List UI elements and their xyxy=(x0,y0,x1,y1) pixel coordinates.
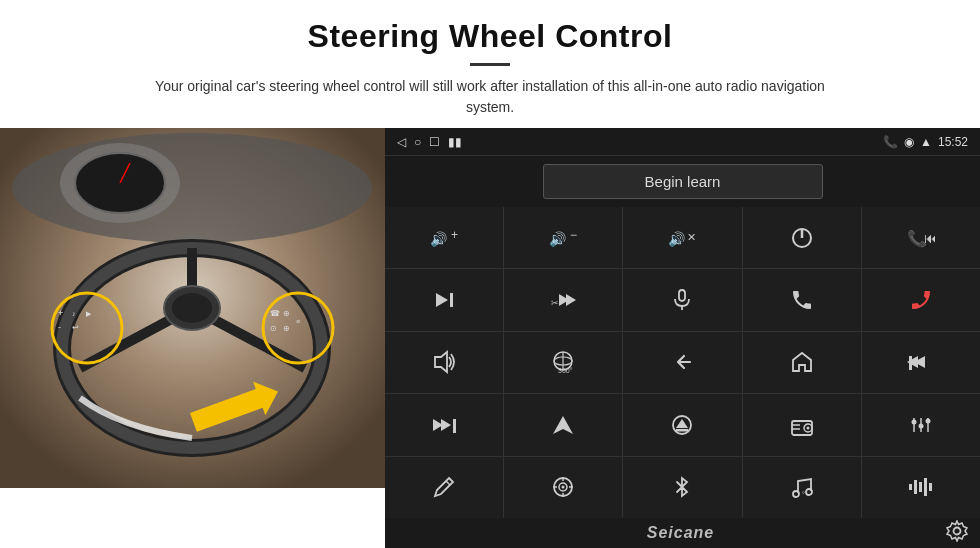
svg-rect-82 xyxy=(929,483,932,491)
mute-button[interactable]: 🔊✕ xyxy=(623,207,741,268)
back-nav-button[interactable] xyxy=(623,332,741,393)
svg-text:≡: ≡ xyxy=(296,318,300,325)
settings-icon[interactable] xyxy=(946,520,968,547)
content-section: + - ♪ ↩ ▶ ☎ ⊕ ⊙ ⊕ ≡ xyxy=(0,128,980,548)
music-button[interactable]: ° xyxy=(743,457,861,518)
vol-up-button[interactable]: 🔊+ xyxy=(385,207,503,268)
svg-rect-80 xyxy=(919,482,922,492)
svg-text:−: − xyxy=(570,228,577,242)
svg-point-70 xyxy=(562,486,565,489)
seicane-logo: Seicane xyxy=(385,524,946,542)
svg-text:360°: 360° xyxy=(558,367,573,374)
vol-down-button[interactable]: 🔊− xyxy=(504,207,622,268)
wifi-icon: ▲ xyxy=(920,135,932,149)
bottom-bar: Seicane xyxy=(385,518,980,548)
svg-text:⊕: ⊕ xyxy=(283,309,290,318)
svg-text:⏮: ⏮ xyxy=(924,230,935,246)
svg-marker-48 xyxy=(907,356,918,368)
svg-marker-51 xyxy=(441,419,451,431)
status-time: 15:52 xyxy=(938,135,968,149)
svg-text:↩: ↩ xyxy=(72,323,79,332)
controls-grid: 🔊+ 🔊− 🔊✕ 📞⏮ xyxy=(385,207,980,518)
svg-text:°: ° xyxy=(802,491,805,498)
360-button[interactable]: 360° xyxy=(504,332,622,393)
target-button[interactable] xyxy=(504,457,622,518)
status-bar: ◁ ○ ☐ ▮▮ 📞 ◉ ▲ 15:52 xyxy=(385,128,980,156)
subtitle: Your original car's steering wheel contr… xyxy=(140,76,840,118)
svg-marker-38 xyxy=(566,294,576,306)
eject-button[interactable] xyxy=(623,394,741,455)
signal-icon: ▮▮ xyxy=(448,135,462,149)
svg-point-11 xyxy=(172,293,212,323)
status-icons-right: 📞 ◉ ▲ 15:52 xyxy=(883,135,968,149)
waveform-button[interactable] xyxy=(862,457,980,518)
bluetooth-button[interactable] xyxy=(623,457,741,518)
navigate-button[interactable] xyxy=(504,394,622,455)
svg-text:☎: ☎ xyxy=(270,309,280,318)
car-image: + - ♪ ↩ ▶ ☎ ⊕ ⊙ ⊕ ≡ xyxy=(0,128,385,488)
svg-text:+: + xyxy=(451,228,458,242)
svg-point-64 xyxy=(911,419,916,424)
hang-up-button[interactable] xyxy=(862,269,980,330)
skip-ff-button[interactable] xyxy=(385,394,503,455)
svg-point-75 xyxy=(793,491,799,497)
begin-learn-button[interactable]: Begin learn xyxy=(543,164,823,199)
home-circle-icon: ○ xyxy=(414,135,421,149)
car-image-svg: + - ♪ ↩ ▶ ☎ ⊕ ⊙ ⊕ ≡ xyxy=(0,128,385,488)
ff-button[interactable]: ✂ xyxy=(504,269,622,330)
location-icon: ◉ xyxy=(904,135,914,149)
svg-rect-35 xyxy=(450,293,453,307)
svg-point-66 xyxy=(925,418,930,423)
home-button[interactable] xyxy=(743,332,861,393)
svg-marker-34 xyxy=(436,293,448,307)
svg-text:⊕: ⊕ xyxy=(283,324,290,333)
pen-button[interactable] xyxy=(385,457,503,518)
speaker-button[interactable] xyxy=(385,332,503,393)
svg-marker-52 xyxy=(553,416,573,434)
svg-text:-: - xyxy=(58,322,61,332)
svg-text:✂: ✂ xyxy=(551,298,559,308)
back-icon: ◁ xyxy=(397,135,406,149)
status-icons-left: ◁ ○ ☐ ▮▮ xyxy=(397,135,462,149)
page-title: Steering Wheel Control xyxy=(60,18,920,55)
android-screen: ◁ ○ ☐ ▮▮ 📞 ◉ ▲ 15:52 Begin learn xyxy=(385,128,980,548)
svg-rect-79 xyxy=(914,480,917,494)
rewind-button[interactable] xyxy=(862,332,980,393)
svg-text:🔊: 🔊 xyxy=(430,231,448,248)
svg-rect-39 xyxy=(679,290,685,301)
svg-rect-49 xyxy=(453,419,456,433)
power-button[interactable] xyxy=(743,207,861,268)
call-button[interactable] xyxy=(743,269,861,330)
prev-track-button[interactable]: 📞⏮ xyxy=(862,207,980,268)
svg-line-67 xyxy=(446,481,450,485)
square-icon: ☐ xyxy=(429,135,440,149)
svg-point-58 xyxy=(806,426,809,429)
svg-rect-78 xyxy=(909,484,912,490)
svg-text:♪: ♪ xyxy=(72,310,76,317)
svg-rect-81 xyxy=(924,478,927,496)
svg-text:🔊: 🔊 xyxy=(549,231,567,248)
svg-point-65 xyxy=(918,423,923,428)
radio-button[interactable] xyxy=(743,394,861,455)
svg-text:⊙: ⊙ xyxy=(270,324,277,333)
phone-status-icon: 📞 xyxy=(883,135,898,149)
svg-marker-54 xyxy=(676,419,688,428)
svg-point-76 xyxy=(806,489,812,495)
svg-text:✕: ✕ xyxy=(687,231,696,243)
begin-learn-row: Begin learn xyxy=(385,156,980,207)
svg-point-83 xyxy=(954,527,961,534)
title-divider xyxy=(470,63,510,66)
skip-next-button[interactable] xyxy=(385,269,503,330)
svg-text:🔊: 🔊 xyxy=(668,231,686,248)
svg-rect-55 xyxy=(676,429,688,432)
eq-button[interactable] xyxy=(862,394,980,455)
svg-text:+: + xyxy=(58,308,63,318)
page-wrapper: Steering Wheel Control Your original car… xyxy=(0,0,980,548)
mic-button[interactable] xyxy=(623,269,741,330)
svg-marker-41 xyxy=(435,352,447,372)
header-section: Steering Wheel Control Your original car… xyxy=(0,0,980,128)
